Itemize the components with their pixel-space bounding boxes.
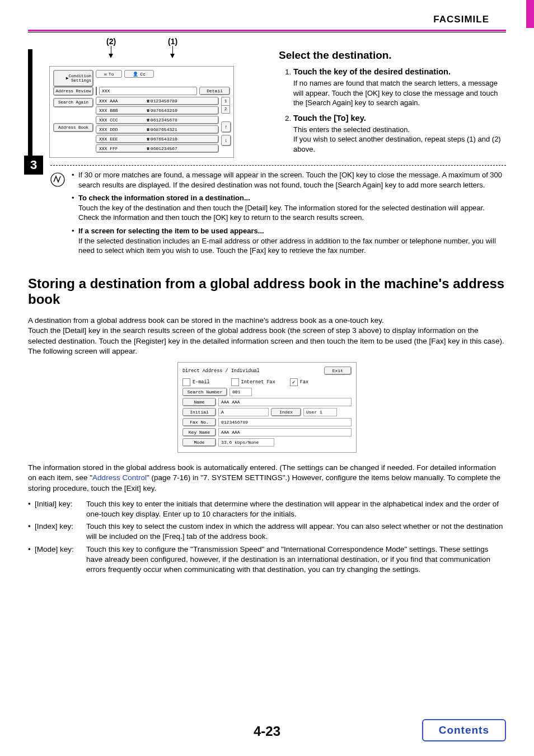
keyname-value: AAA AAA <box>218 428 352 436</box>
email-checkbox[interactable] <box>182 378 190 386</box>
index-button[interactable]: Index <box>271 408 301 416</box>
fax-label: Fax <box>300 379 308 385</box>
address-control-link[interactable]: Address Control <box>92 473 147 482</box>
step-title: Select the destination. <box>279 49 506 62</box>
panel2-title: Direct Address / Individual <box>182 368 260 374</box>
name-value: AAA AAA <box>218 398 352 406</box>
mail-icon: ✉ <box>104 72 107 77</box>
list-item[interactable]: XXX FFF0601234567 <box>96 144 219 153</box>
mode-value: 33.6 kbps/None <box>218 438 274 447</box>
list-item[interactable]: XXX BBB9876543210 <box>96 106 219 115</box>
step-number: 3 <box>24 156 43 175</box>
phone-icon <box>147 137 149 142</box>
def-label: [Initial] key: <box>35 499 86 519</box>
step-strip <box>28 49 32 159</box>
step-item-heading: Touch the [To] key. <box>293 114 366 123</box>
phone-icon <box>147 98 149 104</box>
list-item[interactable]: XXX AAA0123456789 <box>96 97 219 105</box>
section-paragraph-2: The information stored in the global add… <box>28 463 506 494</box>
direct-address-panel: Direct Address / Individual Exit E-mail … <box>177 362 357 453</box>
note-body: If 30 or more matches are found, a messa… <box>78 170 506 190</box>
callout-2: (2) <box>106 37 116 46</box>
cc-tab[interactable]: 👤Cc <box>124 70 154 78</box>
bullet: • <box>28 522 35 542</box>
def-body: Touch this key to select the custom inde… <box>86 522 506 542</box>
step-item-heading: Touch the key of the desired destination… <box>293 67 451 76</box>
bullet: • <box>72 226 78 256</box>
page-current: 1 <box>221 97 230 106</box>
initial-button[interactable]: Initial <box>182 408 216 416</box>
callout-1: (1) <box>168 37 177 46</box>
bullet: • <box>28 544 35 575</box>
keyname-button[interactable]: Key Name <box>182 428 216 436</box>
ifax-label: Internet Fax <box>241 379 275 385</box>
scroll-down-button[interactable]: ↓ <box>221 135 231 146</box>
phone-icon <box>147 118 149 123</box>
note-body: If the selected destination includes an … <box>78 237 496 255</box>
exit-button[interactable]: Exit <box>324 367 352 375</box>
def-body: Touch this key to configure the "Transmi… <box>86 544 506 575</box>
phone-icon <box>147 127 149 132</box>
page-total: 2 <box>221 106 230 114</box>
note-heading: If a screen for selecting the item to be… <box>78 227 264 235</box>
search-number-value: 001 <box>229 388 252 396</box>
def-body: Touch this key to enter the initials tha… <box>86 499 506 519</box>
list-item[interactable]: XXX EEE0676543210 <box>96 135 219 143</box>
header-category: FACSIMILE <box>28 11 506 31</box>
note-heading: To check the information stored in a des… <box>78 194 250 202</box>
bullet: • <box>72 170 78 190</box>
section-paragraph: A destination from a global address book… <box>28 316 506 356</box>
list-item[interactable]: XXX DDD0687654321 <box>96 125 219 134</box>
search-results-panel: ▶ Condition Settings ✉To 👤Cc <box>49 66 234 158</box>
arrow-down-icon <box>109 54 113 58</box>
section-heading: Storing a destination from a global addr… <box>28 276 506 308</box>
contents-button[interactable]: Contents <box>422 719 506 741</box>
email-label: E-mail <box>193 379 210 385</box>
note-body: Touch the key of the destination and the… <box>78 204 485 222</box>
scroll-up-button[interactable]: ↑ <box>221 121 231 133</box>
arrow-down-icon <box>170 54 175 58</box>
step-item-body: If no names are found that match the sea… <box>293 78 506 108</box>
ifax-checkbox[interactable] <box>231 378 239 386</box>
note-icon <box>50 170 68 259</box>
faxno-value: 0123456789 <box>218 418 352 426</box>
bullet: • <box>28 499 35 519</box>
bullet: • <box>72 193 78 223</box>
address-book-button[interactable]: Address Book <box>53 123 93 132</box>
step-item-body: This enters the selected destination. If… <box>293 125 506 154</box>
address-review-button[interactable]: Address Review <box>53 87 93 96</box>
initial-value: A <box>218 408 269 416</box>
accent-strip <box>526 0 534 28</box>
def-label: [Index] key: <box>35 522 86 542</box>
step-3-block: 3 (2) (1) ▶ <box>28 49 506 159</box>
name-button[interactable]: Name <box>182 398 216 406</box>
search-input[interactable]: XXX <box>99 87 197 95</box>
person-icon: 👤 <box>133 72 138 77</box>
mode-button[interactable]: Mode <box>182 438 216 447</box>
dashed-separator <box>50 165 506 166</box>
faxno-button[interactable]: Fax No. <box>182 418 216 426</box>
phone-icon <box>147 108 149 113</box>
list-item[interactable]: XXX CCC0612345678 <box>96 116 219 124</box>
detail-button[interactable]: Detail <box>199 87 230 95</box>
search-number-label: Search Number <box>182 388 227 396</box>
index-value: User 1 <box>303 408 337 416</box>
condition-settings-button[interactable]: ▶ Condition Settings <box>53 70 93 87</box>
search-again-button[interactable]: Search Again <box>53 98 93 107</box>
phone-icon <box>147 146 149 151</box>
fax-checkbox[interactable]: ✓ <box>290 378 298 386</box>
def-label: [Mode] key: <box>35 544 86 575</box>
to-tab[interactable]: ✉To <box>96 70 122 78</box>
